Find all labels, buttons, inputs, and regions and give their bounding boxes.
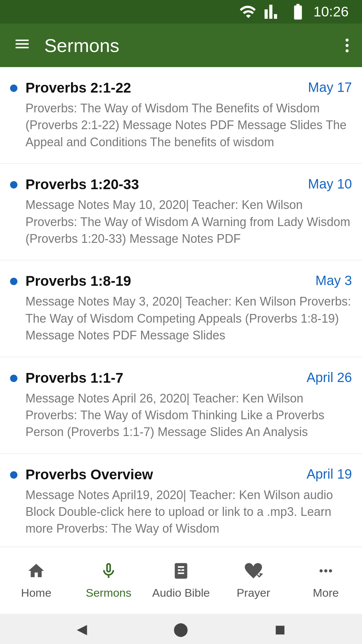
sermon-date: May 17 bbox=[308, 80, 352, 95]
unread-indicator bbox=[10, 278, 17, 285]
unread-indicator bbox=[10, 471, 17, 479]
sermon-title: Proverbs Overview bbox=[25, 467, 300, 483]
sermon-body: Proverbs Overview April 19 Message Notes… bbox=[25, 467, 352, 537]
battery-icon bbox=[289, 2, 307, 21]
sermon-title: Proverbs 1:8-19 bbox=[25, 273, 309, 289]
signal-icon bbox=[264, 2, 283, 21]
sermon-header-row: Proverbs 1:8-19 May 3 bbox=[25, 273, 352, 289]
sermon-date: May 10 bbox=[308, 176, 352, 192]
unread-indicator bbox=[10, 181, 17, 189]
svg-text:✝: ✝ bbox=[179, 567, 183, 573]
sermon-date: April 19 bbox=[306, 467, 352, 482]
nav-label-sermons: Sermons bbox=[86, 586, 131, 599]
nav-item-more[interactable]: More bbox=[290, 547, 362, 614]
system-navigation: ◀ ⬤ ◼ bbox=[0, 614, 362, 644]
nav-item-prayer[interactable]: Prayer bbox=[217, 547, 290, 614]
sermon-title: Proverbs 1:1-7 bbox=[25, 370, 300, 386]
status-bar: 10:26 bbox=[0, 0, 362, 23]
sermon-body: Proverbs 1:20-33 May 10 Message Notes Ma… bbox=[25, 176, 352, 247]
nav-item-home[interactable]: Home bbox=[0, 547, 72, 614]
sermon-date: May 3 bbox=[315, 273, 352, 288]
sermon-item[interactable]: Proverbs 2:1-22 May 17 Proverbs: The Way… bbox=[0, 67, 362, 164]
nav-label-prayer: Prayer bbox=[237, 586, 270, 599]
recent-button[interactable]: ◼ bbox=[275, 621, 286, 637]
sermon-item[interactable]: Proverbs 1:20-33 May 10 Message Notes Ma… bbox=[0, 164, 362, 260]
menu-icon[interactable] bbox=[13, 35, 31, 55]
sermon-body: Proverbs 1:1-7 April 26 Message Notes Ap… bbox=[25, 370, 352, 441]
wifi-icon bbox=[239, 2, 258, 21]
back-button[interactable]: ◀ bbox=[77, 621, 87, 637]
sermon-list: Proverbs 2:1-22 May 17 Proverbs: The Way… bbox=[0, 67, 362, 547]
sermon-header-row: Proverbs 2:1-22 May 17 bbox=[25, 80, 352, 96]
sermon-item[interactable]: Proverbs 1:8-19 May 3 Message Notes May … bbox=[0, 260, 362, 357]
sermon-description: Message Notes April19, 2020| Teacher: Ke… bbox=[25, 487, 352, 537]
home-icon bbox=[27, 561, 46, 583]
sermon-header-row: Proverbs Overview April 19 bbox=[25, 467, 352, 483]
sermon-description: Message Notes April 26, 2020| Teacher: K… bbox=[25, 390, 352, 441]
unread-indicator bbox=[10, 85, 17, 92]
nav-label-more: More bbox=[313, 586, 339, 599]
nav-item-sermons[interactable]: Sermons bbox=[72, 547, 145, 614]
nav-label-home: Home bbox=[21, 586, 52, 599]
sermon-description: Message Notes May 3, 2020| Teacher: Ken … bbox=[25, 293, 352, 344]
sermon-description: Proverbs: The Way of Wisdom The Benefits… bbox=[25, 100, 352, 151]
app-header: Sermons bbox=[0, 23, 362, 67]
more-horiz-icon bbox=[316, 561, 335, 583]
unread-indicator bbox=[10, 375, 17, 382]
sermon-title: Proverbs 1:20-33 bbox=[25, 176, 301, 193]
nav-item-audio-bible[interactable]: ✝ Audio Bible bbox=[145, 547, 217, 614]
sermon-description: Message Notes May 10, 2020| Teacher: Ken… bbox=[25, 197, 352, 247]
bible-icon: ✝ bbox=[172, 561, 190, 583]
sermon-header-row: Proverbs 1:1-7 April 26 bbox=[25, 370, 352, 386]
sermon-item[interactable]: Proverbs Overview April 19 Message Notes… bbox=[0, 454, 362, 547]
sermon-body: Proverbs 1:8-19 May 3 Message Notes May … bbox=[25, 273, 352, 344]
sermon-body: Proverbs 2:1-22 May 17 Proverbs: The Way… bbox=[25, 80, 352, 151]
sermon-date: April 26 bbox=[306, 370, 352, 385]
page-title: Sermons bbox=[44, 35, 346, 56]
home-button[interactable]: ⬤ bbox=[173, 621, 188, 637]
status-icons: 10:26 bbox=[239, 2, 349, 21]
status-time: 10:26 bbox=[313, 4, 349, 20]
nav-label-audio-bible: Audio Bible bbox=[152, 586, 210, 599]
sermon-header-row: Proverbs 1:20-33 May 10 bbox=[25, 176, 352, 193]
bottom-navigation: Home Sermons ✝ Audio Bible Prayer bbox=[0, 547, 362, 614]
microphone-icon bbox=[99, 561, 118, 583]
sermon-item[interactable]: Proverbs 1:1-7 April 26 Message Notes Ap… bbox=[0, 357, 362, 454]
sermon-title: Proverbs 2:1-22 bbox=[25, 80, 301, 96]
overflow-menu-button[interactable] bbox=[346, 39, 349, 52]
prayer-icon bbox=[244, 561, 263, 583]
